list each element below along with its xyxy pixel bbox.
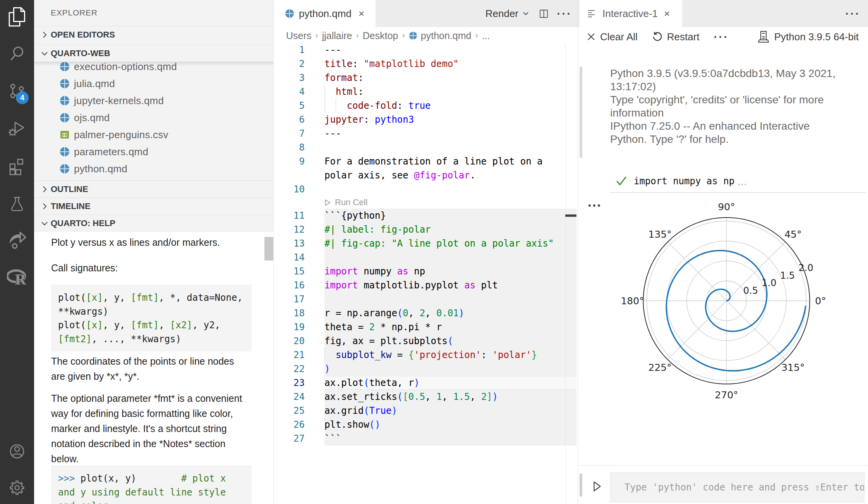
editor-tab-strip: python.qmd × Render xyxy=(273,0,578,27)
breadcrumb-item-more[interactable]: ... xyxy=(482,30,490,41)
panel-more-icon[interactable] xyxy=(846,0,858,27)
run-debug-icon[interactable] xyxy=(0,112,34,146)
file-name: python.qmd xyxy=(74,163,127,175)
quarto-file-icon xyxy=(60,79,70,89)
file-icon xyxy=(60,79,70,89)
file-row-ojs.qmd[interactable]: ojs.qmd xyxy=(34,109,273,126)
code-text: r = np.arange(0, 2, 0.01) xyxy=(324,306,464,320)
chevron-down-icon xyxy=(39,49,50,58)
r-language-icon[interactable]: R xyxy=(0,260,34,294)
polar-plot: 0°45°90°135°180°225°270°315°0.51.01.52.0 xyxy=(585,194,868,410)
editor-group: python.qmd × Render Users› jjallaire› De… xyxy=(273,0,578,504)
code-text: ax.grid(True) xyxy=(324,404,397,418)
section-open-editors[interactable]: OPEN EDITORS xyxy=(34,26,273,43)
line-number: 16 xyxy=(273,278,305,292)
render-button[interactable]: Render xyxy=(485,8,530,20)
help-paragraph: The optional parameter *fmt* is a conven… xyxy=(51,391,268,466)
clear-all-label: Clear All xyxy=(600,31,638,43)
run-cell-codelens[interactable]: Run Cell xyxy=(324,196,367,209)
file-name: ojs.qmd xyxy=(74,112,110,124)
quarto-publish-icon[interactable] xyxy=(0,223,34,257)
editor-more-icon[interactable] xyxy=(558,13,570,15)
overview-cursor-marker xyxy=(565,214,576,217)
section-timeline[interactable]: TIMELINE xyxy=(34,197,273,214)
section-outline[interactable]: OUTLINE xyxy=(34,180,273,197)
code-editor[interactable]: 1---2title: "matplotlib demo"3format:4 h… xyxy=(273,43,578,504)
settings-gear-icon[interactable] xyxy=(0,471,34,504)
tab-label: python.qmd xyxy=(299,8,352,20)
line-number: 11 xyxy=(273,209,305,223)
account-icon[interactable] xyxy=(0,434,34,468)
explorer-icon[interactable] xyxy=(0,0,34,34)
code-text: code-fold: true xyxy=(324,99,431,113)
theta-tick-label: 315° xyxy=(781,362,805,373)
file-row-julia.qmd[interactable]: julia.qmd xyxy=(34,75,273,92)
line-number: 1 xyxy=(273,43,305,57)
input-gutter-bar xyxy=(580,473,582,497)
section-quarto-help[interactable]: QUARTO: HELP xyxy=(34,214,273,231)
code-input-field[interactable]: Type 'python' code here and press ⇧Enter… xyxy=(610,472,865,502)
line-number: 15 xyxy=(273,264,305,278)
breadcrumb-item[interactable]: jjallaire xyxy=(322,30,352,41)
code-text: html: xyxy=(324,85,364,99)
kernel-label: Python 3.9.5 64-bit xyxy=(774,31,859,43)
activity-bar: 4 xyxy=(0,0,34,504)
breadcrumb-item-file[interactable]: python.qmd xyxy=(421,30,472,41)
line-number: 2 xyxy=(273,57,305,71)
svg-text:R: R xyxy=(15,271,27,286)
spiral-line xyxy=(666,250,806,371)
breadcrumb[interactable]: Users› jjallaire› Desktop› python.qmd› .… xyxy=(286,27,490,44)
tab-interactive-1[interactable]: Interactive-1 × xyxy=(580,0,682,27)
close-tab-icon[interactable]: × xyxy=(664,8,670,20)
file-row-jupyter-kernels.qmd[interactable]: jupyter-kernels.qmd xyxy=(34,92,273,109)
line-number: 19 xyxy=(273,320,305,334)
code-text: format: xyxy=(324,71,364,85)
section-quarto-web[interactable]: QUARTO-WEB xyxy=(34,45,273,62)
file-row-python.qmd[interactable]: python.qmd xyxy=(34,160,273,177)
chevron-right-icon xyxy=(39,185,50,194)
line-number: 14 xyxy=(273,250,305,264)
theta-tick-label: 45° xyxy=(784,229,801,240)
r-tick-label: 1.5 xyxy=(780,270,795,281)
code-line-23: 23ax.plot(theta, r) xyxy=(273,376,578,390)
file-icon xyxy=(60,113,70,123)
r-tick-label: 1.0 xyxy=(762,278,776,288)
run-icon xyxy=(324,199,331,206)
clear-all-button[interactable]: Clear All xyxy=(587,31,638,43)
file-name: parameters.qmd xyxy=(74,146,148,158)
file-name: julia.qmd xyxy=(74,78,115,90)
help-scrollbar[interactable] xyxy=(264,237,273,261)
breadcrumb-item[interactable]: Users xyxy=(286,30,311,41)
extensions-icon[interactable] xyxy=(0,149,34,183)
kernel-picker[interactable]: Python 3.9.5 64-bit xyxy=(758,27,859,46)
source-control-badge: 4 xyxy=(16,91,29,104)
toolbar-more-icon[interactable] xyxy=(714,36,726,38)
file-row-palmer-penguins.csv[interactable]: palmer-penguins.csv xyxy=(34,126,273,143)
code-line-21: 21 subplot_kw = {'projection': 'polar'} xyxy=(273,348,578,362)
close-tab-icon[interactable]: × xyxy=(359,8,364,20)
interactive-panel: Interactive-1 × Clear All Restart xyxy=(578,0,868,504)
restart-button[interactable]: Restart xyxy=(652,31,700,43)
code-line-9: 9For a demonstration of a line plot on a xyxy=(273,154,578,168)
editor-panel-border xyxy=(578,0,578,504)
cell-more-icon[interactable]: ⋯ xyxy=(738,179,748,190)
input-separator xyxy=(578,465,868,466)
code-line-2: 2title: "matplotlib demo" xyxy=(273,57,578,71)
line-number: 13 xyxy=(273,237,305,250)
quarto-file-icon xyxy=(409,31,417,40)
help-paragraph: Plot y versus x as lines and/or markers. xyxy=(51,235,268,250)
breadcrumb-item[interactable]: Desktop xyxy=(363,30,398,41)
source-control-icon[interactable]: 4 xyxy=(0,75,34,109)
quarto-file-icon xyxy=(60,113,70,123)
tab-python-qmd[interactable]: python.qmd × xyxy=(273,0,376,27)
testing-icon[interactable] xyxy=(0,187,34,221)
split-editor-icon[interactable] xyxy=(539,9,549,19)
kernel-banner: Python 3.9.5 (v3.9.5:0a7dcbdb13, May 3 2… xyxy=(610,67,835,146)
restart-label: Restart xyxy=(667,31,700,43)
code-line-26: 26plt.show() xyxy=(273,418,578,432)
search-icon[interactable] xyxy=(0,37,34,71)
code-line-17: 17 xyxy=(273,292,578,306)
run-input-icon[interactable] xyxy=(593,481,601,492)
code-text: #| fig-cap: "A line plot on a polar axis… xyxy=(324,237,554,250)
file-row-parameters.qmd[interactable]: parameters.qmd xyxy=(34,143,273,160)
